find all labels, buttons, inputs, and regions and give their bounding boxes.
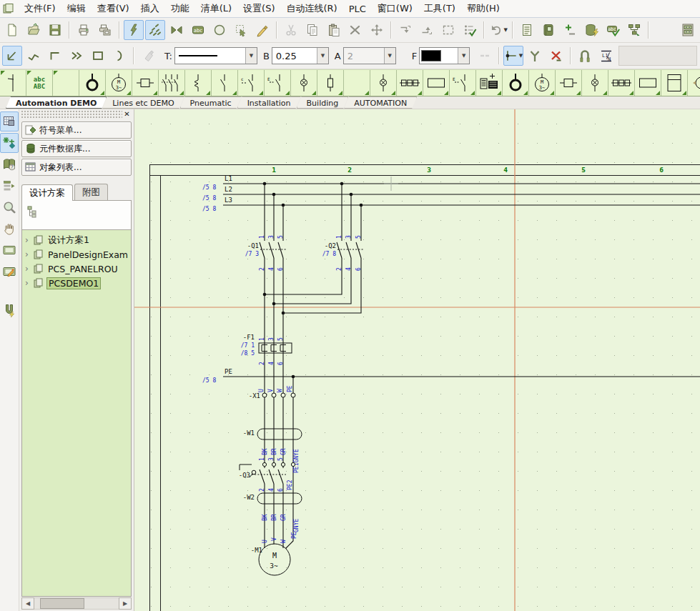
earth-symbol[interactable]: [79, 70, 106, 96]
component-database-button[interactable]: 元件数据库...: [21, 140, 132, 157]
copy-icon[interactable]: [302, 20, 322, 40]
scroll-track[interactable]: [34, 597, 119, 610]
symbol-menu-button[interactable]: 符号菜单...: [21, 121, 132, 139]
fill-tool-icon[interactable]: [138, 46, 158, 66]
motor-m1[interactable]: M 3~ -M1 UVWPE: [251, 532, 297, 575]
object-list-button[interactable]: 对象列表...: [21, 159, 132, 176]
fuse-symbol[interactable]: [317, 70, 344, 96]
page-tab-automation-demo[interactable]: Automation DEMO: [6, 96, 107, 109]
expander-icon[interactable]: ›: [25, 249, 33, 259]
spellcheck-icon[interactable]: abc: [603, 20, 623, 40]
zoom-icon[interactable]: [0, 197, 19, 217]
fuse-3pole-symbol[interactable]: [397, 70, 423, 96]
print-copies-icon[interactable]: [95, 20, 115, 40]
menu-item-5[interactable]: 清单(L): [195, 1, 237, 16]
motor-symbol[interactable]: M3~: [106, 70, 132, 96]
menu-item-11[interactable]: 帮助(H): [461, 1, 506, 16]
new-page-icon[interactable]: [2, 20, 22, 40]
delete-icon[interactable]: [345, 20, 365, 40]
line-type-combo[interactable]: ▼: [174, 47, 257, 64]
menu-item-2[interactable]: 查看(V): [92, 1, 135, 16]
empty-symbol[interactable]: [53, 70, 79, 96]
color-combo-arrow[interactable]: ▼: [458, 48, 469, 64]
scroll-right-icon[interactable]: ▶: [119, 597, 132, 610]
breaker-q1[interactable]: -Q1 /7 3 135 246: [245, 235, 287, 271]
jumper-link-icon[interactable]: [575, 46, 595, 66]
contact-e-symbol[interactable]: E: [265, 70, 291, 96]
line-type-combo-arrow[interactable]: ▼: [245, 48, 257, 64]
rectangle-tool-icon[interactable]: [88, 46, 108, 66]
motor2-symbol[interactable]: M3~: [529, 70, 556, 96]
plc-block-symbol[interactable]: [476, 70, 503, 96]
expander-icon[interactable]: ›: [25, 278, 33, 288]
angle-combo-arrow[interactable]: ▼: [384, 48, 395, 64]
object-lists-icon[interactable]: [0, 176, 19, 196]
symbols-tool-icon[interactable]: [167, 20, 187, 40]
angle-line-tool-icon[interactable]: [2, 46, 22, 66]
magnet-snap-icon[interactable]: [0, 300, 19, 320]
junction-point-icon[interactable]: ▼: [503, 46, 523, 66]
save-icon[interactable]: [45, 20, 65, 40]
menu-item-3[interactable]: 插入: [135, 1, 165, 16]
phase-l1n-icon[interactable]: L1N: [596, 46, 616, 66]
net-navigator-icon[interactable]: [624, 20, 644, 40]
hierarchy-view-icon[interactable]: [24, 203, 41, 220]
pen-tool-icon[interactable]: [252, 20, 272, 40]
arc-tool-icon[interactable]: [109, 46, 129, 66]
auto-command-icon[interactable]: [124, 20, 144, 40]
panel-tab-0[interactable]: 设计方案: [21, 184, 73, 201]
terminal-symbol[interactable]: [0, 70, 26, 96]
delete-line-icon[interactable]: [546, 46, 566, 66]
page-tab-pneumatic[interactable]: Pneumatic: [180, 96, 242, 109]
circle-tool-icon[interactable]: [209, 20, 230, 40]
color-combo[interactable]: ▼: [419, 47, 470, 64]
screen-page-icon[interactable]: [0, 240, 19, 260]
angle-combo[interactable]: 2 ▼: [343, 47, 396, 64]
menu-item-0[interactable]: 文件(F): [19, 1, 61, 16]
circle-symbol[interactable]: [688, 70, 700, 96]
database-book-icon[interactable]: [538, 20, 558, 40]
page-data-icon[interactable]: [517, 20, 537, 40]
contact-3pole-symbol[interactable]: [159, 70, 185, 96]
paste-icon[interactable]: [324, 20, 344, 40]
coil-symbol[interactable]: [132, 70, 159, 96]
tree-item--1[interactable]: ›设计方案1: [22, 233, 131, 247]
earth2-symbol[interactable]: [503, 70, 529, 96]
terminal-box-symbol[interactable]: [661, 70, 688, 96]
terminal-strip-x1[interactable]: -X1 UVWPE: [249, 385, 295, 399]
dash-style-icon[interactable]: [475, 46, 495, 66]
area-select-icon[interactable]: [231, 20, 251, 40]
page-tab-building[interactable]: Building: [297, 96, 349, 109]
indicator-lamp-symbol[interactable]: [291, 70, 317, 96]
open-icon[interactable]: [24, 20, 44, 40]
fuse-3pole2-symbol[interactable]: [608, 70, 635, 96]
snap-icon[interactable]: [0, 133, 19, 153]
print-icon[interactable]: [74, 20, 94, 40]
tree-item-pcs-panelrou[interactable]: ›PCS_PANELROU: [22, 262, 131, 276]
coil2-symbol[interactable]: [556, 70, 582, 96]
drawing-canvas[interactable]: 1 2 3 4 5 6 L1/5 8 L2/5 8 L3/5 8 PE/5 8: [134, 109, 700, 611]
close-panel-icon[interactable]: ✕: [122, 110, 132, 119]
cut-icon[interactable]: [281, 20, 301, 40]
object-select-icon[interactable]: [460, 20, 480, 40]
corner-line-tool-icon[interactable]: [45, 46, 65, 66]
rectangle-symbol[interactable]: [635, 70, 661, 96]
menu-item-9[interactable]: 窗口(W): [372, 1, 418, 16]
line-width-combo[interactable]: 0.25 ▼: [272, 47, 329, 64]
chevrons-tool-icon[interactable]: [66, 46, 87, 66]
menu-item-7[interactable]: 自动连线(R): [280, 1, 342, 16]
switch-q3[interactable]: -Q3 135 246 PE2: [239, 457, 295, 492]
frame-icon[interactable]: [438, 20, 458, 40]
menu-item-10[interactable]: 工具(T): [418, 1, 461, 16]
tree-item-pcsdemo1[interactable]: ›PCSDEMO1: [22, 276, 131, 290]
expander-icon[interactable]: ›: [25, 235, 33, 245]
coil-wide-symbol[interactable]: [423, 70, 450, 96]
scroll-left-icon[interactable]: ◀: [21, 597, 34, 610]
junction-point-icon-dropdown[interactable]: ▼: [519, 53, 523, 59]
text-abc-symbol[interactable]: abcABC: [26, 70, 53, 96]
expander-icon[interactable]: ›: [25, 264, 33, 274]
contact-dashed-symbol[interactable]: c: [238, 70, 265, 96]
power-rails[interactable]: L1/5 8 L2/5 8 L3/5 8 PE/5 8: [202, 175, 700, 384]
thermal-contact-symbol[interactable]: [185, 70, 212, 96]
tree-item-paneldesignexam[interactable]: ›PanelDesignExam: [22, 247, 131, 262]
